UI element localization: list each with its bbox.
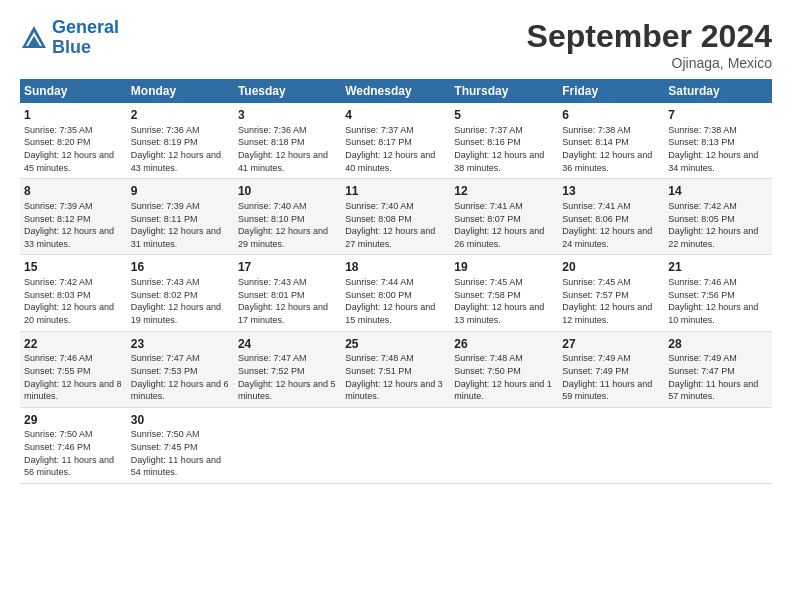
calendar-cell bbox=[558, 407, 664, 483]
sunset-info: Sunset: 8:06 PM bbox=[562, 213, 660, 226]
daylight-info: Daylight: 12 hours and 5 minutes. bbox=[238, 378, 337, 403]
sunset-info: Sunset: 7:50 PM bbox=[454, 365, 554, 378]
sunset-info: Sunset: 8:07 PM bbox=[454, 213, 554, 226]
calendar-week-4: 29Sunrise: 7:50 AMSunset: 7:46 PMDayligh… bbox=[20, 407, 772, 483]
calendar-cell: 20Sunrise: 7:45 AMSunset: 7:57 PMDayligh… bbox=[558, 255, 664, 331]
daylight-info: Daylight: 12 hours and 41 minutes. bbox=[238, 149, 337, 174]
sunrise-info: Sunrise: 7:43 AM bbox=[131, 276, 230, 289]
day-number: 27 bbox=[562, 336, 660, 353]
sunrise-info: Sunrise: 7:35 AM bbox=[24, 124, 123, 137]
sunrise-info: Sunrise: 7:50 AM bbox=[131, 428, 230, 441]
daylight-info: Daylight: 12 hours and 8 minutes. bbox=[24, 378, 123, 403]
sunrise-info: Sunrise: 7:40 AM bbox=[238, 200, 337, 213]
logo-blue: Blue bbox=[52, 37, 91, 57]
calendar-cell: 9Sunrise: 7:39 AMSunset: 8:11 PMDaylight… bbox=[127, 179, 234, 255]
header: General Blue September 2024 Ojinaga, Mex… bbox=[20, 18, 772, 71]
calendar-cell bbox=[450, 407, 558, 483]
day-number: 15 bbox=[24, 259, 123, 276]
sunset-info: Sunset: 7:45 PM bbox=[131, 441, 230, 454]
sunset-info: Sunset: 7:55 PM bbox=[24, 365, 123, 378]
day-number: 24 bbox=[238, 336, 337, 353]
calendar-cell: 11Sunrise: 7:40 AMSunset: 8:08 PMDayligh… bbox=[341, 179, 450, 255]
sunset-info: Sunset: 8:10 PM bbox=[238, 213, 337, 226]
day-number: 25 bbox=[345, 336, 446, 353]
day-number: 8 bbox=[24, 183, 123, 200]
sunset-info: Sunset: 8:16 PM bbox=[454, 136, 554, 149]
logo: General Blue bbox=[20, 18, 119, 58]
calendar-cell: 23Sunrise: 7:47 AMSunset: 7:53 PMDayligh… bbox=[127, 331, 234, 407]
daylight-info: Daylight: 11 hours and 54 minutes. bbox=[131, 454, 230, 479]
day-number: 6 bbox=[562, 107, 660, 124]
sunrise-info: Sunrise: 7:46 AM bbox=[668, 276, 768, 289]
header-thursday: Thursday bbox=[450, 79, 558, 103]
sunrise-info: Sunrise: 7:38 AM bbox=[668, 124, 768, 137]
sunset-info: Sunset: 8:03 PM bbox=[24, 289, 123, 302]
sunrise-info: Sunrise: 7:37 AM bbox=[454, 124, 554, 137]
calendar-cell: 22Sunrise: 7:46 AMSunset: 7:55 PMDayligh… bbox=[20, 331, 127, 407]
calendar-cell: 21Sunrise: 7:46 AMSunset: 7:56 PMDayligh… bbox=[664, 255, 772, 331]
daylight-info: Daylight: 12 hours and 6 minutes. bbox=[131, 378, 230, 403]
calendar-cell: 16Sunrise: 7:43 AMSunset: 8:02 PMDayligh… bbox=[127, 255, 234, 331]
sunset-info: Sunset: 7:49 PM bbox=[562, 365, 660, 378]
daylight-info: Daylight: 11 hours and 59 minutes. bbox=[562, 378, 660, 403]
title-area: September 2024 Ojinaga, Mexico bbox=[527, 18, 772, 71]
calendar-cell: 30Sunrise: 7:50 AMSunset: 7:45 PMDayligh… bbox=[127, 407, 234, 483]
sunrise-info: Sunrise: 7:42 AM bbox=[24, 276, 123, 289]
daylight-info: Daylight: 12 hours and 29 minutes. bbox=[238, 225, 337, 250]
daylight-info: Daylight: 12 hours and 36 minutes. bbox=[562, 149, 660, 174]
calendar-cell: 13Sunrise: 7:41 AMSunset: 8:06 PMDayligh… bbox=[558, 179, 664, 255]
calendar-cell: 26Sunrise: 7:48 AMSunset: 7:50 PMDayligh… bbox=[450, 331, 558, 407]
sunrise-info: Sunrise: 7:39 AM bbox=[131, 200, 230, 213]
calendar-cell: 4Sunrise: 7:37 AMSunset: 8:17 PMDaylight… bbox=[341, 103, 450, 179]
day-number: 21 bbox=[668, 259, 768, 276]
day-number: 28 bbox=[668, 336, 768, 353]
calendar-cell bbox=[664, 407, 772, 483]
header-sunday: Sunday bbox=[20, 79, 127, 103]
day-number: 4 bbox=[345, 107, 446, 124]
calendar-cell: 19Sunrise: 7:45 AMSunset: 7:58 PMDayligh… bbox=[450, 255, 558, 331]
sunrise-info: Sunrise: 7:50 AM bbox=[24, 428, 123, 441]
calendar-cell: 12Sunrise: 7:41 AMSunset: 8:07 PMDayligh… bbox=[450, 179, 558, 255]
sunset-info: Sunset: 7:46 PM bbox=[24, 441, 123, 454]
calendar-week-0: 1Sunrise: 7:35 AMSunset: 8:20 PMDaylight… bbox=[20, 103, 772, 179]
sunrise-info: Sunrise: 7:37 AM bbox=[345, 124, 446, 137]
daylight-info: Daylight: 12 hours and 20 minutes. bbox=[24, 301, 123, 326]
sunrise-info: Sunrise: 7:42 AM bbox=[668, 200, 768, 213]
daylight-info: Daylight: 12 hours and 17 minutes. bbox=[238, 301, 337, 326]
daylight-info: Daylight: 12 hours and 19 minutes. bbox=[131, 301, 230, 326]
sunrise-info: Sunrise: 7:45 AM bbox=[562, 276, 660, 289]
sunset-info: Sunset: 8:17 PM bbox=[345, 136, 446, 149]
day-number: 29 bbox=[24, 412, 123, 429]
header-tuesday: Tuesday bbox=[234, 79, 341, 103]
day-number: 1 bbox=[24, 107, 123, 124]
calendar-cell: 7Sunrise: 7:38 AMSunset: 8:13 PMDaylight… bbox=[664, 103, 772, 179]
calendar-cell: 28Sunrise: 7:49 AMSunset: 7:47 PMDayligh… bbox=[664, 331, 772, 407]
sunset-info: Sunset: 8:12 PM bbox=[24, 213, 123, 226]
day-number: 26 bbox=[454, 336, 554, 353]
day-number: 12 bbox=[454, 183, 554, 200]
sunrise-info: Sunrise: 7:41 AM bbox=[562, 200, 660, 213]
header-saturday: Saturday bbox=[664, 79, 772, 103]
daylight-info: Daylight: 12 hours and 45 minutes. bbox=[24, 149, 123, 174]
sunrise-info: Sunrise: 7:48 AM bbox=[345, 352, 446, 365]
day-number: 11 bbox=[345, 183, 446, 200]
calendar-cell: 10Sunrise: 7:40 AMSunset: 8:10 PMDayligh… bbox=[234, 179, 341, 255]
sunset-info: Sunset: 8:05 PM bbox=[668, 213, 768, 226]
daylight-info: Daylight: 12 hours and 10 minutes. bbox=[668, 301, 768, 326]
sunrise-info: Sunrise: 7:40 AM bbox=[345, 200, 446, 213]
sunrise-info: Sunrise: 7:48 AM bbox=[454, 352, 554, 365]
day-number: 9 bbox=[131, 183, 230, 200]
sunset-info: Sunset: 7:51 PM bbox=[345, 365, 446, 378]
day-number: 17 bbox=[238, 259, 337, 276]
calendar-table: SundayMondayTuesdayWednesdayThursdayFrid… bbox=[20, 79, 772, 484]
calendar-week-1: 8Sunrise: 7:39 AMSunset: 8:12 PMDaylight… bbox=[20, 179, 772, 255]
daylight-info: Daylight: 11 hours and 57 minutes. bbox=[668, 378, 768, 403]
daylight-info: Daylight: 12 hours and 13 minutes. bbox=[454, 301, 554, 326]
daylight-info: Daylight: 11 hours and 56 minutes. bbox=[24, 454, 123, 479]
header-monday: Monday bbox=[127, 79, 234, 103]
day-number: 5 bbox=[454, 107, 554, 124]
sunset-info: Sunset: 8:18 PM bbox=[238, 136, 337, 149]
sunset-info: Sunset: 8:08 PM bbox=[345, 213, 446, 226]
sunset-info: Sunset: 8:13 PM bbox=[668, 136, 768, 149]
sunset-info: Sunset: 7:52 PM bbox=[238, 365, 337, 378]
